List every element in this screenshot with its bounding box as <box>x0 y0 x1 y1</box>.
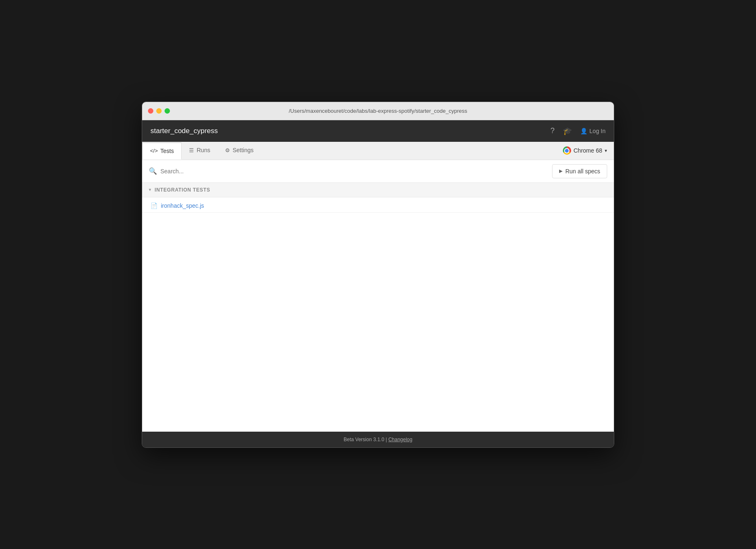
search-bar: 🔍 ▶ Run all specs <box>142 160 614 183</box>
collapse-icon[interactable]: ▾ <box>149 187 151 192</box>
main-content: ▾ INTEGRATION TESTS 📄 ironhack_spec.js <box>142 183 614 432</box>
tabs-left: </> Tests ☰ Runs ⚙ Settings <box>142 142 261 160</box>
version-text: Beta Version 3.1.0 | <box>344 437 388 442</box>
chevron-down-icon: ▾ <box>605 148 607 153</box>
browser-selector[interactable]: Chrome 68 ▾ <box>563 146 607 155</box>
tests-icon: </> <box>150 148 158 154</box>
tabs-bar: </> Tests ☰ Runs ⚙ Settings Chrome 68 ▾ <box>142 142 614 160</box>
user-icon: 👤 <box>580 128 587 134</box>
integration-tests-section-header: ▾ INTEGRATION TESTS <box>142 183 614 197</box>
search-left: 🔍 <box>149 167 552 175</box>
header-actions: ? 🎓 👤 Log In <box>550 126 606 136</box>
settings-icon: ⚙ <box>225 147 230 153</box>
window-title: /Users/maxencebouret/code/labs/lab-expre… <box>289 108 468 114</box>
browser-selector-area: Chrome 68 ▾ <box>563 142 614 160</box>
app-header: starter_code_cypress ? 🎓 👤 Log In <box>142 120 614 142</box>
file-list: 📄 ironhack_spec.js <box>142 197 614 214</box>
tab-settings[interactable]: ⚙ Settings <box>218 142 261 160</box>
footer-text: Beta Version 3.1.0 | Changelog <box>344 437 412 442</box>
changelog-link[interactable]: Changelog <box>388 437 412 442</box>
login-label: Log In <box>589 128 606 134</box>
minimize-button[interactable] <box>156 108 162 114</box>
file-name: ironhack_spec.js <box>161 202 204 209</box>
search-input[interactable] <box>160 168 552 175</box>
file-icon: 📄 <box>150 202 158 209</box>
title-bar: /Users/maxencebouret/code/labs/lab-expre… <box>142 102 614 120</box>
search-icon: 🔍 <box>149 167 157 175</box>
maximize-button[interactable] <box>165 108 170 114</box>
browser-name: Chrome 68 <box>574 147 602 154</box>
app-title: starter_code_cypress <box>150 127 218 135</box>
help-icon[interactable]: ? <box>550 126 555 135</box>
learn-icon[interactable]: 🎓 <box>563 126 572 136</box>
tab-settings-label: Settings <box>233 147 254 153</box>
run-all-label: Run all specs <box>565 168 600 175</box>
section-title: INTEGRATION TESTS <box>155 187 210 193</box>
tab-tests-label: Tests <box>160 148 174 154</box>
close-button[interactable] <box>148 108 153 114</box>
runs-icon: ☰ <box>189 147 194 153</box>
app-window: /Users/maxencebouret/code/labs/lab-expre… <box>142 102 614 448</box>
run-all-specs-button[interactable]: ▶ Run all specs <box>552 164 607 178</box>
list-item[interactable]: 📄 ironhack_spec.js <box>142 199 614 213</box>
window-controls <box>142 108 170 114</box>
footer: Beta Version 3.1.0 | Changelog <box>142 432 614 447</box>
play-icon: ▶ <box>559 168 562 174</box>
tab-runs[interactable]: ☰ Runs <box>182 142 218 160</box>
tab-tests[interactable]: </> Tests <box>142 142 182 160</box>
chrome-icon <box>563 146 571 155</box>
tab-runs-label: Runs <box>196 147 210 153</box>
login-button[interactable]: 👤 Log In <box>580 128 606 134</box>
